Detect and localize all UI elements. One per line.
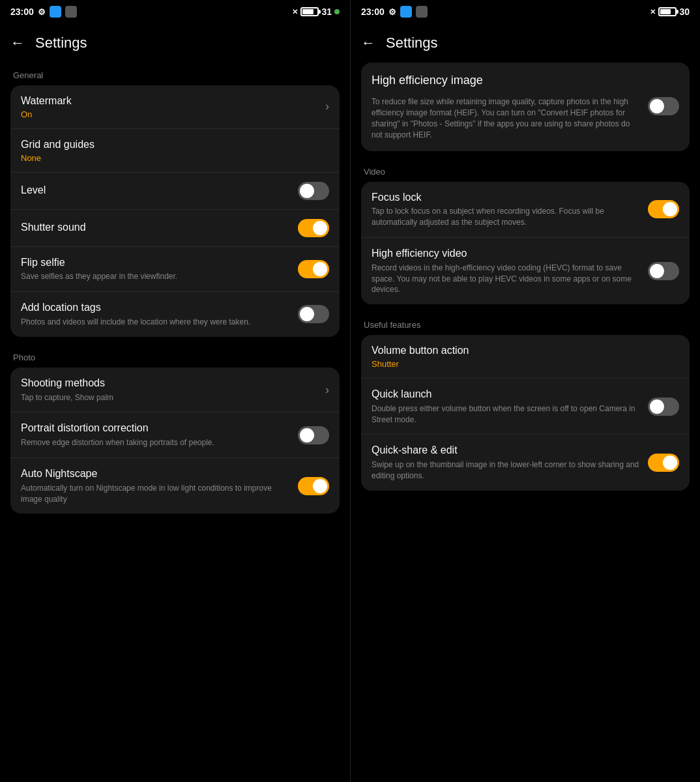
gear-icon: ⚙: [38, 7, 46, 17]
focus-lock-toggle-knob: [663, 202, 677, 216]
high-eff-image-title: High efficiency image: [372, 73, 679, 88]
quick-launch-toggle[interactable]: [648, 398, 679, 416]
auto-nightscape-toggle-knob: [313, 479, 327, 493]
volume-button-left: Volume button action Shutter: [372, 344, 679, 369]
shooting-methods-subtitle: Tap to capture, Show palm: [21, 392, 317, 403]
time-right: 23:00: [361, 7, 385, 17]
shutter-sound-left: Shutter sound: [21, 221, 298, 235]
scroll-content-right: High efficiency image To reduce file siz…: [351, 63, 700, 782]
back-button-left[interactable]: ←: [10, 35, 25, 51]
header-left: ← Settings: [0, 23, 350, 63]
battery-fill-right: [660, 9, 670, 14]
flip-selfie-toggle[interactable]: [298, 260, 329, 278]
level-item[interactable]: Level: [10, 173, 340, 210]
location-tags-title: Add location tags: [21, 301, 290, 315]
auto-nightscape-title: Auto Nightscape: [21, 467, 290, 481]
shutter-sound-item[interactable]: Shutter sound: [10, 210, 340, 247]
quick-share-item[interactable]: Quick-share & edit Swipe up on the thumb…: [361, 435, 690, 490]
battery-pct-right: 30: [679, 7, 690, 17]
shooting-methods-title: Shooting methods: [21, 377, 317, 390]
portrait-distortion-item[interactable]: Portrait distortion correction Remove ed…: [10, 413, 340, 458]
volume-button-item[interactable]: Volume button action Shutter: [361, 335, 690, 379]
quick-launch-left: Quick launch Double press either volume …: [372, 388, 648, 425]
quick-launch-toggle-knob: [650, 399, 664, 414]
shooting-methods-item[interactable]: Shooting methods Tap to capture, Show pa…: [10, 368, 340, 413]
location-tags-toggle[interactable]: [298, 305, 329, 323]
battery-left: [300, 7, 319, 16]
focus-lock-toggle[interactable]: [648, 200, 679, 218]
high-eff-video-item[interactable]: High efficiency video Record videos in t…: [361, 238, 690, 304]
battery-right: [658, 7, 677, 16]
high-eff-video-subtitle: Record videos in the high-efficiency vid…: [372, 263, 640, 295]
page-title-right: Settings: [386, 35, 438, 51]
high-eff-video-toggle[interactable]: [648, 262, 679, 280]
quick-share-toggle-knob: [663, 456, 677, 470]
quick-launch-item[interactable]: Quick launch Double press either volume …: [361, 379, 690, 435]
high-efficiency-image-card: High efficiency image To reduce file siz…: [361, 63, 690, 151]
section-label-general: General: [10, 63, 340, 85]
watermark-chevron: ›: [325, 100, 329, 113]
volume-button-value: Shutter: [372, 359, 671, 369]
app-icon-gray-right: [416, 6, 428, 18]
portrait-distortion-title: Portrait distortion correction: [21, 422, 290, 435]
portrait-distortion-subtitle: Remove edge distortion when taking portr…: [21, 437, 290, 448]
level-toggle[interactable]: [298, 182, 329, 200]
focus-lock-title: Focus lock: [372, 191, 640, 205]
auto-nightscape-item[interactable]: Auto Nightscape Automatically turn on Ni…: [10, 458, 340, 514]
location-tags-toggle-knob: [300, 307, 314, 321]
level-left: Level: [21, 184, 298, 197]
status-bar-right: 23:00 ⚙ ✕ 30: [351, 0, 700, 23]
quick-launch-title: Quick launch: [372, 388, 640, 401]
watermark-item[interactable]: Watermark On ›: [10, 85, 340, 129]
right-panel: 23:00 ⚙ ✕ 30 ← Settings High efficiency …: [350, 0, 700, 782]
grid-guides-item[interactable]: Grid and guides None: [10, 129, 340, 173]
x-icon-left: ✕: [292, 8, 298, 16]
flip-selfie-subtitle: Save selfies as they appear in the viewf…: [21, 271, 290, 282]
status-left-right: 23:00 ⚙: [361, 6, 428, 18]
left-panel: 23:00 ⚙ ✕ 31 ← Settings General Watermar…: [0, 0, 350, 782]
portrait-distortion-toggle-knob: [300, 428, 314, 442]
shutter-sound-toggle[interactable]: [298, 219, 329, 237]
portrait-distortion-toggle[interactable]: [298, 426, 329, 444]
page-title-left: Settings: [35, 35, 87, 51]
location-tags-left: Add location tags Photos and videos will…: [21, 301, 298, 328]
high-eff-video-toggle-knob: [650, 264, 664, 278]
shooting-methods-chevron: ›: [325, 383, 329, 397]
high-eff-image-content: To reduce file size while retaining imag…: [372, 94, 679, 140]
status-left: 23:00 ⚙: [10, 6, 77, 18]
status-right-right: ✕ 30: [650, 7, 690, 17]
quick-share-subtitle: Swipe up on the thumbnail image in the l…: [372, 459, 640, 482]
time-left: 23:00: [10, 7, 34, 17]
dot-green-left: [334, 9, 340, 14]
video-settings-card: Focus lock Tap to lock focus on a subjec…: [361, 182, 690, 305]
flip-selfie-item[interactable]: Flip selfie Save selfies as they appear …: [10, 247, 340, 293]
x-icon-right: ✕: [650, 8, 656, 16]
flip-selfie-toggle-knob: [313, 262, 327, 276]
gear-icon-right: ⚙: [388, 7, 396, 17]
status-right-left: ✕ 31: [292, 7, 340, 17]
quick-share-title: Quick-share & edit: [372, 444, 640, 457]
section-label-photo: Photo: [10, 345, 340, 368]
high-eff-image-desc: To reduce file size while retaining imag…: [372, 96, 640, 140]
location-tags-item[interactable]: Add location tags Photos and videos will…: [10, 292, 340, 337]
auto-nightscape-toggle[interactable]: [298, 477, 329, 495]
location-tags-subtitle: Photos and videos will include the locat…: [21, 317, 290, 328]
high-eff-video-title: High efficiency video: [372, 247, 640, 261]
shooting-methods-left: Shooting methods Tap to capture, Show pa…: [21, 377, 325, 403]
header-right: ← Settings: [351, 23, 700, 63]
photo-settings-card: Shooting methods Tap to capture, Show pa…: [10, 368, 340, 514]
focus-lock-subtitle: Tap to lock focus on a subject when reco…: [372, 206, 640, 228]
back-button-right[interactable]: ←: [361, 35, 375, 51]
focus-lock-item[interactable]: Focus lock Tap to lock focus on a subjec…: [361, 182, 690, 238]
focus-lock-left: Focus lock Tap to lock focus on a subjec…: [372, 191, 648, 228]
level-title: Level: [21, 184, 290, 197]
portrait-distortion-left: Portrait distortion correction Remove ed…: [21, 422, 298, 448]
general-settings-card: Watermark On › Grid and guides None Leve…: [10, 85, 340, 337]
flip-selfie-left: Flip selfie Save selfies as they appear …: [21, 256, 298, 283]
quick-share-toggle[interactable]: [648, 454, 679, 472]
shutter-sound-title: Shutter sound: [21, 221, 290, 235]
quick-launch-subtitle: Double press either volume button when t…: [372, 403, 640, 426]
quick-share-left: Quick-share & edit Swipe up on the thumb…: [372, 444, 648, 481]
watermark-title: Watermark: [21, 94, 317, 108]
high-eff-image-toggle[interactable]: [648, 97, 679, 115]
